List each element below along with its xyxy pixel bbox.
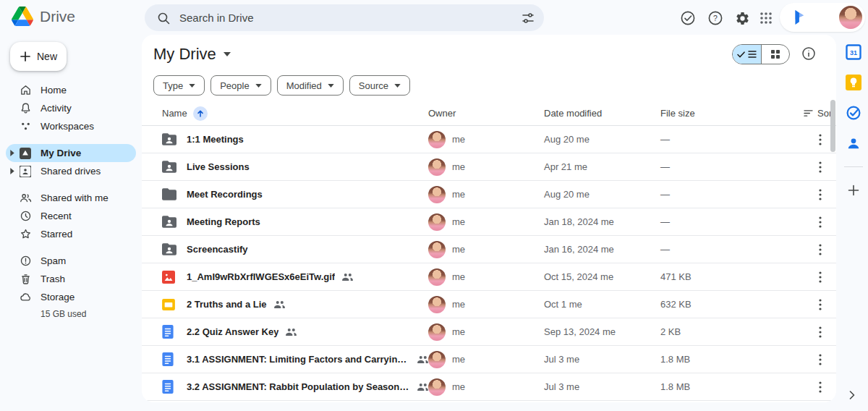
column-header-name[interactable]: Name xyxy=(162,108,187,119)
page-title[interactable]: My Drive xyxy=(153,45,231,64)
date-modified: Oct 15, 2024 me xyxy=(544,271,660,282)
shared-drives-icon xyxy=(19,165,32,178)
tasks-button[interactable] xyxy=(845,104,862,122)
new-button[interactable]: New xyxy=(10,42,67,71)
filter-type-chip[interactable]: Type xyxy=(153,75,205,96)
settings-button[interactable] xyxy=(733,9,751,27)
file-row[interactable]: 3.2 ASSIGNMENT: Rabbit Population by Sea… xyxy=(142,373,836,401)
drive-home-link[interactable]: Drive xyxy=(12,7,75,26)
sidebar-item-starred[interactable]: Starred xyxy=(6,225,136,243)
contacts-button[interactable] xyxy=(845,135,862,152)
shared-indicator-icon xyxy=(417,383,428,391)
file-name: Screencastify xyxy=(187,244,248,255)
file-row[interactable]: Screencastify me Jan 16, 2024 me — xyxy=(142,236,836,263)
file-row[interactable]: 3.1 ASSIGNMENT: Limiting Factors and Car… xyxy=(142,346,836,373)
drive-logo-icon xyxy=(12,7,33,26)
account-avatar[interactable] xyxy=(839,6,862,29)
check-icon xyxy=(737,51,745,58)
keep-button[interactable] xyxy=(845,74,862,91)
file-row[interactable]: Meet Recordings me Aug 20 me — xyxy=(142,181,836,208)
sidebar-item-label: Shared drives xyxy=(41,166,101,177)
owner-name: me xyxy=(452,244,465,255)
sidebar-item-home[interactable]: Home xyxy=(6,81,136,99)
owner-avatar xyxy=(428,323,446,341)
sidebar-item-trash[interactable]: Trash xyxy=(6,270,136,288)
owner-name: me xyxy=(452,216,465,227)
shared-indicator-icon xyxy=(342,273,353,281)
filter-people-chip[interactable]: People xyxy=(210,75,271,96)
more-options-button[interactable] xyxy=(814,323,826,341)
more-vertical-icon xyxy=(819,134,822,145)
search-icon xyxy=(156,11,171,25)
support-button[interactable]: ? xyxy=(707,9,724,27)
details-button[interactable] xyxy=(801,46,816,61)
more-options-button[interactable] xyxy=(814,186,826,203)
check-circle-icon xyxy=(680,10,696,26)
more-vertical-icon xyxy=(819,381,822,393)
sidebar-item-spam[interactable]: Spam xyxy=(6,252,136,270)
sidebar-item-activity[interactable]: Activity xyxy=(6,99,136,117)
more-options-button[interactable] xyxy=(814,213,826,231)
filter-chip-label: People xyxy=(220,80,249,91)
owner-avatar xyxy=(428,378,446,396)
search-input[interactable] xyxy=(179,12,521,24)
file-name: Meet Recordings xyxy=(187,189,263,200)
more-options-button[interactable] xyxy=(814,131,826,148)
file-size: 632 KB xyxy=(660,299,804,310)
file-row[interactable]: Meeting Reports me Jan 18, 2024 me — xyxy=(142,208,836,236)
sidebar-item-shared-drives[interactable]: Shared drives xyxy=(6,162,136,180)
shared-indicator-icon xyxy=(286,328,297,336)
slides-icon xyxy=(162,299,178,310)
date-modified: Aug 20 me xyxy=(544,134,660,145)
grid-view-button[interactable] xyxy=(761,45,790,64)
sidebar-item-label: My Drive xyxy=(41,148,81,158)
show-side-panel-button[interactable] xyxy=(842,386,862,404)
apps-grid-button[interactable] xyxy=(757,9,775,27)
more-options-button[interactable] xyxy=(814,268,826,286)
date-modified: Sep 13, 2024 me xyxy=(544,326,660,337)
google-keep-icon xyxy=(846,75,861,90)
offline-status-button[interactable] xyxy=(679,9,697,27)
sort-ascending-icon[interactable] xyxy=(193,106,208,121)
sidebar-item-workspaces[interactable]: Workspaces xyxy=(6,117,136,135)
more-options-button[interactable] xyxy=(814,378,826,396)
more-options-button[interactable] xyxy=(814,296,826,313)
search-bar[interactable] xyxy=(145,4,544,31)
sidebar-item-recent[interactable]: Recent xyxy=(6,207,136,225)
file-row[interactable]: 1_AmI9wRbXrfIWGESx6eEiTw.gif me Oct 15, … xyxy=(142,263,836,291)
file-size: — xyxy=(660,216,804,227)
column-header-modified[interactable]: Date modified xyxy=(544,108,660,119)
file-row[interactable]: 2.2 Quiz Answer Key me Sep 13, 2024 me 2… xyxy=(142,318,836,346)
sidebar-item-shared-with-me[interactable]: Shared with me xyxy=(6,189,136,207)
chevron-right-icon xyxy=(849,391,855,399)
file-size: 1.8 MB xyxy=(660,354,804,365)
vertical-scrollbar[interactable] xyxy=(830,100,835,152)
expand-arrow-icon[interactable] xyxy=(10,150,14,156)
my-drive-icon xyxy=(19,147,32,160)
file-row[interactable]: 2 Truths and a Lie me Oct 1 me 632 KB xyxy=(142,291,836,318)
more-options-button[interactable] xyxy=(814,351,826,368)
date-modified: Jan 16, 2024 me xyxy=(544,244,660,255)
advanced-search-button[interactable] xyxy=(521,11,535,25)
file-row[interactable]: 1:1 Meetings me Aug 20 me — xyxy=(142,126,836,153)
get-add-ons-button[interactable] xyxy=(845,182,862,199)
column-header-size[interactable]: File size xyxy=(660,108,804,119)
file-row[interactable]: Live Sessions me Apr 21 me — xyxy=(142,153,836,181)
people-icon xyxy=(19,192,32,205)
expand-arrow-icon[interactable] xyxy=(10,168,14,174)
more-options-button[interactable] xyxy=(814,158,826,176)
filter-source-chip[interactable]: Source xyxy=(349,75,410,96)
list-view-button[interactable] xyxy=(733,45,761,64)
filter-modified-chip[interactable]: Modified xyxy=(277,75,344,96)
gear-icon xyxy=(735,11,750,26)
sidebar-item-my-drive[interactable]: My Drive xyxy=(6,144,136,162)
column-header-owner[interactable]: Owner xyxy=(428,108,544,119)
file-name: 3.1 ASSIGNMENT: Limiting Factors and Car… xyxy=(187,354,410,365)
file-name: 1:1 Meetings xyxy=(187,134,244,145)
owner-name: me xyxy=(452,381,465,392)
more-options-button[interactable] xyxy=(814,241,826,258)
star-icon xyxy=(19,228,32,241)
calendar-button[interactable]: 31 xyxy=(845,43,862,61)
shared-folder-icon xyxy=(162,161,178,173)
sidebar-item-storage[interactable]: Storage xyxy=(6,288,136,306)
